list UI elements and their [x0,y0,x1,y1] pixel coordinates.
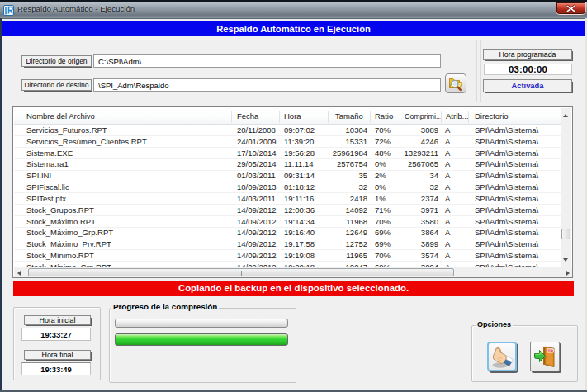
svg-text:EXIT: EXIT [547,349,554,352]
